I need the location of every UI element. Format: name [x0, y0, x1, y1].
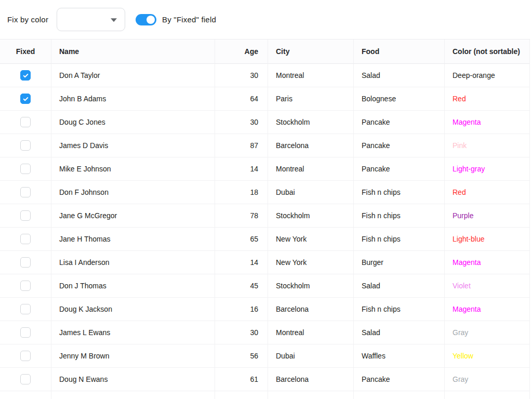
color-cell: Gray — [445, 368, 530, 391]
fixed-cell — [0, 134, 51, 157]
row-checkbox[interactable] — [20, 304, 31, 314]
age-cell: 30 — [215, 64, 268, 87]
row-checkbox[interactable] — [20, 140, 31, 151]
city-cell: Barcelona — [268, 368, 354, 391]
city-cell: Montreal — [268, 157, 354, 181]
table-row: Don J Thomas45StockholmSaladViolet — [0, 274, 530, 298]
name-cell: Mike E Johnson — [51, 157, 215, 181]
fixed-cell — [0, 298, 51, 321]
table-row: Doug N Ewans61BarcelonaPancakeGray — [0, 368, 530, 391]
table-row: Jane H Thomas65New YorkFish n chipsLight… — [0, 228, 530, 251]
color-cell: Yellow — [445, 344, 530, 368]
column-header-age[interactable]: Age — [215, 39, 268, 64]
row-checkbox[interactable] — [20, 234, 31, 244]
table-row: Don A Taylor30MontrealSaladDeep-orange — [0, 64, 530, 87]
food-cell: Fish n chips — [354, 298, 445, 321]
row-checkbox[interactable] — [20, 187, 31, 197]
row-checkbox[interactable] — [20, 210, 31, 221]
fixed-cell — [0, 111, 51, 134]
table-row: James L Ewans30MontrealSaladGray — [0, 321, 530, 344]
color-select[interactable] — [57, 8, 125, 31]
table-row: Mike E Johnson14MontrealPancakeLight-gra… — [0, 157, 530, 181]
row-checkbox[interactable] — [20, 257, 31, 268]
name-cell: Lisa I Anderson — [51, 251, 215, 274]
food-cell: Salad — [354, 64, 445, 87]
name-cell: Don A Taylor — [51, 64, 215, 87]
city-cell: New York — [268, 251, 354, 274]
toolbar: Fix by color By "Fixed" field — [0, 0, 532, 39]
age-cell: 14 — [215, 251, 268, 274]
table-row: Jenny M Brown56DubaiWafflesYellow — [0, 344, 530, 368]
age-cell: 56 — [215, 344, 268, 368]
age-cell: 30 — [215, 321, 268, 344]
color-cell: Red — [445, 181, 530, 204]
food-cell: Bolognese — [354, 87, 445, 111]
age-cell: 78 — [215, 204, 268, 228]
city-cell: Stockholm — [268, 111, 354, 134]
age-cell: 18 — [215, 181, 268, 204]
city-cell: Stockholm — [268, 204, 354, 228]
name-cell: James D Davis — [51, 134, 215, 157]
name-cell: Doug K Jackson — [51, 298, 215, 321]
name-cell: Jane H Thomas — [51, 228, 215, 251]
empty-cell — [268, 391, 354, 399]
color-cell: Gray — [445, 321, 530, 344]
age-cell: 65 — [215, 228, 268, 251]
food-cell: Fish n chips — [354, 204, 445, 228]
age-cell: 16 — [215, 298, 268, 321]
fixed-cell — [0, 181, 51, 204]
fixed-field-toggle[interactable] — [136, 14, 156, 25]
name-cell: Jane G McGregor — [51, 204, 215, 228]
table-row: Doug C Jones30StockholmPancakeMagenta — [0, 111, 530, 134]
city-cell: Dubai — [268, 181, 354, 204]
color-cell: Red — [445, 87, 530, 111]
fixed-cell — [0, 274, 51, 298]
table-row: Lisa I Anderson14New YorkBurgerMagenta — [0, 251, 530, 274]
fixed-cell — [0, 157, 51, 181]
fixed-cell — [0, 251, 51, 274]
row-checkbox[interactable] — [20, 164, 31, 174]
checkmark-icon — [22, 72, 29, 79]
column-header-food[interactable]: Food — [354, 39, 445, 64]
color-cell: Violet — [445, 274, 530, 298]
food-cell: Fish n chips — [354, 228, 445, 251]
city-cell: New York — [268, 228, 354, 251]
age-cell: 30 — [215, 111, 268, 134]
color-cell: Magenta — [445, 298, 530, 321]
data-grid: FixedNameAgeCityFoodColor (not sortable)… — [0, 39, 530, 399]
food-cell: Pancake — [354, 157, 445, 181]
name-cell: Don J Thomas — [51, 274, 215, 298]
column-header-city[interactable]: City — [268, 39, 354, 64]
empty-cell — [51, 391, 215, 399]
row-checkbox-checked[interactable] — [20, 70, 31, 81]
city-cell: Montreal — [268, 64, 354, 87]
color-cell: Magenta — [445, 251, 530, 274]
row-checkbox[interactable] — [20, 374, 31, 384]
food-cell: Pancake — [354, 111, 445, 134]
color-cell: Purple — [445, 204, 530, 228]
table-row-partial — [0, 391, 530, 399]
empty-cell — [354, 391, 445, 399]
city-cell: Stockholm — [268, 274, 354, 298]
name-cell: Jenny M Brown — [51, 344, 215, 368]
food-cell: Burger — [354, 251, 445, 274]
food-cell: Salad — [354, 274, 445, 298]
row-checkbox[interactable] — [20, 327, 31, 338]
row-checkbox[interactable] — [20, 281, 31, 291]
city-cell: Dubai — [268, 344, 354, 368]
row-checkbox-checked[interactable] — [20, 94, 31, 104]
row-checkbox[interactable] — [20, 351, 31, 361]
city-cell: Barcelona — [268, 298, 354, 321]
fixed-cell — [0, 368, 51, 391]
column-header-fixed[interactable]: Fixed — [0, 39, 51, 64]
food-cell: Pancake — [354, 368, 445, 391]
city-cell: Barcelona — [268, 134, 354, 157]
table-row: James D Davis87BarcelonaPancakePink — [0, 134, 530, 157]
row-checkbox[interactable] — [20, 117, 31, 127]
fixed-cell — [0, 64, 51, 87]
food-cell: Fish n chips — [354, 181, 445, 204]
toggle-knob — [147, 16, 155, 24]
column-header-name[interactable]: Name — [51, 39, 215, 64]
age-cell: 14 — [215, 157, 268, 181]
name-cell: John B Adams — [51, 87, 215, 111]
